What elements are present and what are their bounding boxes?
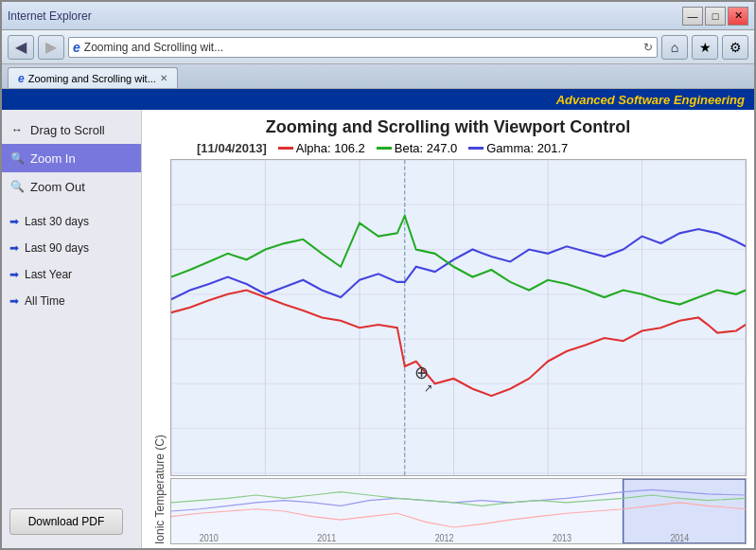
chart-title: Zooming and Scrolling with Viewport Cont… xyxy=(149,117,747,137)
legend-gamma: Gamma: 201.7 xyxy=(468,141,568,155)
zoom-in-icon: 🔍 xyxy=(9,151,25,165)
legend-date: [11/04/2013] xyxy=(197,141,267,155)
y-axis-label: Ionic Temperature (C) xyxy=(149,159,170,544)
top-banner: Advanced Software Engineering xyxy=(2,89,754,110)
main-chart[interactable]: 350 300 250 200 150 100 50 0 Jul 2013 Se… xyxy=(170,159,747,476)
arrow-icon-3: ➡ xyxy=(9,268,19,281)
alpha-color-swatch xyxy=(278,147,293,150)
sidebar-item-last-30-days[interactable]: ➡ Last 30 days xyxy=(2,208,141,235)
sidebar-item-zoom-out[interactable]: 🔍 Zoom Out xyxy=(2,172,141,201)
ie-logo-icon: e xyxy=(73,40,80,55)
sidebar: ↔ Drag to Scroll 🔍 Zoom In 🔍 Zoom Out ➡ … xyxy=(2,110,142,548)
sidebar-divider-1 xyxy=(2,201,141,208)
title-bar: Internet Explorer — □ ✕ xyxy=(2,2,754,30)
forward-icon: ▶ xyxy=(45,38,57,56)
svg-text:↗: ↗ xyxy=(424,382,432,394)
chart-area: Zooming and Scrolling with Viewport Cont… xyxy=(142,110,754,548)
address-bar[interactable]: e Zooming and Scrolling wit... ↻ xyxy=(68,37,658,58)
back-icon: ◀ xyxy=(15,38,26,56)
sidebar-item-last-90-days[interactable]: ➡ Last 90 days xyxy=(2,235,141,261)
title-bar-controls[interactable]: — □ ✕ xyxy=(682,7,748,26)
svg-text:2014: 2014 xyxy=(670,532,690,543)
svg-text:2012: 2012 xyxy=(435,532,454,543)
active-tab[interactable]: e Zooming and Scrolling wit... ✕ xyxy=(8,67,178,88)
legend-beta: Beta: 247.0 xyxy=(377,141,458,155)
settings-button[interactable]: ⚙ xyxy=(722,35,748,60)
minimize-button[interactable]: — xyxy=(682,7,703,26)
tab-close-icon[interactable]: ✕ xyxy=(160,73,167,83)
sidebar-item-last-year[interactable]: ➡ Last Year xyxy=(2,261,141,288)
svg-text:2011: 2011 xyxy=(317,532,336,543)
address-text: Zooming and Scrolling wit... xyxy=(84,41,640,54)
sidebar-item-all-time[interactable]: ➡ All Time xyxy=(2,288,141,314)
main-content: ↔ Drag to Scroll 🔍 Zoom In 🔍 Zoom Out ➡ … xyxy=(2,110,754,548)
sidebar-item-drag-to-scroll[interactable]: ↔ Drag to Scroll xyxy=(2,115,141,144)
chart-svg-container: 350 300 250 200 150 100 50 0 Jul 2013 Se… xyxy=(170,159,747,544)
chart-legend: [11/04/2013] Alpha: 106.2 Beta: 247.0 Ga… xyxy=(149,141,747,155)
svg-text:⊕: ⊕ xyxy=(414,362,429,382)
title-bar-left: Internet Explorer xyxy=(8,9,92,23)
forward-button[interactable]: ▶ xyxy=(38,35,64,60)
mini-chart[interactable]: 2010 2011 2012 2013 2014 xyxy=(170,478,747,544)
company-name: Advanced Software Engineering xyxy=(556,93,745,107)
back-button[interactable]: ◀ xyxy=(8,35,34,60)
ie-tab-icon: e xyxy=(18,72,25,85)
svg-text:2013: 2013 xyxy=(553,532,571,543)
drag-scroll-icon: ↔ xyxy=(9,123,25,136)
svg-rect-0 xyxy=(171,160,746,475)
arrow-icon-4: ➡ xyxy=(9,294,19,308)
sidebar-bottom: Download PDF xyxy=(2,501,141,542)
mini-chart-svg: 2010 2011 2012 2013 2014 xyxy=(171,479,746,543)
star-icon: ★ xyxy=(699,40,712,55)
nav-bar: ◀ ▶ e Zooming and Scrolling wit... ↻ ⌂ ★… xyxy=(2,30,754,64)
zoom-out-icon: 🔍 xyxy=(9,180,25,193)
gear-icon: ⚙ xyxy=(730,40,742,55)
gamma-color-swatch xyxy=(468,147,483,150)
download-pdf-button[interactable]: Download PDF xyxy=(9,508,123,535)
arrow-icon-2: ➡ xyxy=(9,241,19,255)
main-chart-svg: 350 300 250 200 150 100 50 0 Jul 2013 Se… xyxy=(171,160,746,475)
close-button[interactable]: ✕ xyxy=(728,7,748,26)
tab-bar: e Zooming and Scrolling wit... ✕ xyxy=(2,64,754,89)
legend-alpha: Alpha: 106.2 xyxy=(278,141,365,155)
svg-text:2010: 2010 xyxy=(200,532,219,543)
window-title: Internet Explorer xyxy=(8,9,92,23)
beta-color-swatch xyxy=(377,147,392,150)
sidebar-item-zoom-in[interactable]: 🔍 Zoom In xyxy=(2,144,141,172)
chart-container: Ionic Temperature (C) xyxy=(149,159,747,544)
favorites-button[interactable]: ★ xyxy=(692,35,718,60)
maximize-button[interactable]: □ xyxy=(705,7,726,26)
home-icon: ⌂ xyxy=(671,40,678,55)
refresh-icon[interactable]: ↻ xyxy=(643,41,653,54)
arrow-icon-1: ➡ xyxy=(9,215,19,228)
tab-title: Zooming and Scrolling wit... xyxy=(28,73,156,84)
home-button[interactable]: ⌂ xyxy=(661,35,688,60)
